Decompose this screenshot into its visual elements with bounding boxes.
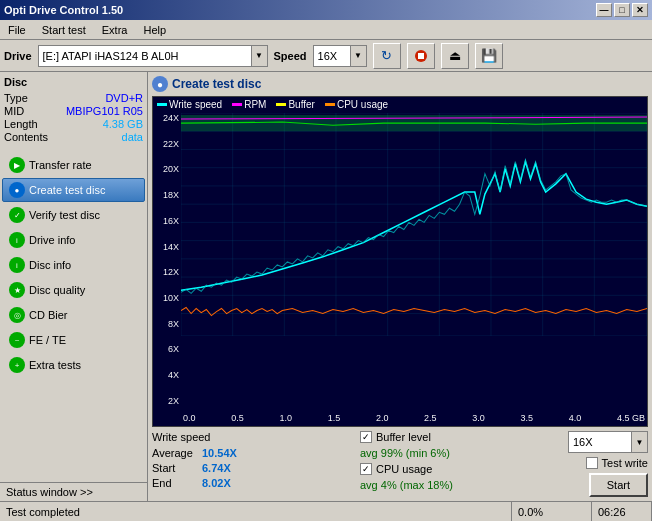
time-text: 06:26: [598, 506, 626, 518]
y-label-16: 16X: [163, 216, 179, 226]
menu-extra[interactable]: Extra: [98, 22, 132, 38]
status-progress: 0.0%: [512, 502, 592, 521]
buffer-level-label: Buffer level: [376, 431, 431, 443]
write-speed-row: Write speed: [152, 431, 352, 443]
y-label-24: 24X: [163, 113, 179, 123]
disc-section: Disc Type DVD+R MID MBIPG101 R05 Length …: [0, 72, 147, 151]
drive-value: [E:] ATAPI iHAS124 B AL0H: [39, 46, 251, 66]
legend-buffer: Buffer: [276, 99, 315, 110]
menu-help[interactable]: Help: [139, 22, 170, 38]
avg-note-text-1: avg 99% (min 6%): [360, 447, 450, 459]
x-label-15: 1.5: [328, 413, 341, 423]
speed-select-arrow[interactable]: ▼: [631, 432, 647, 452]
nav-icon-fe-te: ~: [9, 332, 25, 348]
x-label-45: 4.5 GB: [617, 413, 645, 423]
refresh-button[interactable]: ↻: [373, 43, 401, 69]
test-write-checkbox[interactable]: [586, 457, 598, 469]
content-header: ● Create test disc: [152, 76, 648, 92]
nav-create-test-disc[interactable]: ● Create test disc: [2, 178, 145, 202]
minimize-button[interactable]: —: [596, 3, 612, 17]
y-label-8: 8X: [168, 319, 179, 329]
menu-file[interactable]: File: [4, 22, 30, 38]
disc-contents-value: data: [52, 131, 143, 143]
nav-label-drive: Drive info: [29, 234, 75, 246]
content-area: ● Create test disc Write speed RPM Buffe…: [148, 72, 652, 501]
status-time: 06:26: [592, 502, 652, 521]
avg-note-text-2: avg 4% (max 18%): [360, 479, 453, 491]
bottom-controls: Write speed Average 10.54X Start 6.74X E…: [152, 431, 648, 497]
nav-label-extra: Extra tests: [29, 359, 81, 371]
average-value: 10.54X: [202, 447, 246, 459]
speed-select[interactable]: 16X ▼: [568, 431, 648, 453]
stats-area: Average 10.54X Start 6.74X End 8.02X: [152, 447, 352, 489]
eject-button[interactable]: ⏏: [441, 43, 469, 69]
test-write-label: Test write: [602, 457, 648, 469]
start-value: 6.74X: [202, 462, 246, 474]
avg-note-2: avg 4% (max 18%): [360, 479, 560, 491]
disc-section-title: Disc: [4, 76, 143, 88]
cpu-usage-checkbox[interactable]: ✓: [360, 463, 372, 475]
drive-dropdown-arrow[interactable]: ▼: [251, 46, 267, 66]
legend-buffer-label: Buffer: [288, 99, 315, 110]
y-label-6: 6X: [168, 344, 179, 354]
average-row: Average 10.54X: [152, 447, 352, 459]
menu-bar: File Start test Extra Help: [0, 20, 652, 40]
end-row: End 8.02X: [152, 477, 352, 489]
window-controls: — □ ✕: [596, 3, 648, 17]
speed-label: Speed: [274, 50, 307, 62]
svg-rect-1: [418, 53, 424, 59]
disc-type-value: DVD+R: [52, 92, 143, 104]
y-label-20: 20X: [163, 164, 179, 174]
nav-icon-cd-bier: ◎: [9, 307, 25, 323]
nav-disc-quality[interactable]: ★ Disc quality: [2, 278, 145, 302]
buffer-level-checkbox[interactable]: ✓: [360, 431, 372, 443]
speed-value: 16X: [314, 46, 350, 66]
nav-extra-tests[interactable]: + Extra tests: [2, 353, 145, 377]
content-title: Create test disc: [172, 77, 261, 91]
nav-icon-quality: ★: [9, 282, 25, 298]
y-label-2: 2X: [168, 396, 179, 406]
cpu-usage-label: CPU usage: [376, 463, 432, 475]
drive-selector[interactable]: [E:] ATAPI iHAS124 B AL0H ▼: [38, 45, 268, 67]
app-title: Opti Drive Control 1.50: [4, 4, 123, 16]
status-bar: Test completed 0.0% 06:26: [0, 501, 652, 521]
nav-icon-verify: ✓: [9, 207, 25, 223]
speed-select-value: 16X: [569, 432, 631, 452]
save-button[interactable]: 💾: [475, 43, 503, 69]
nav-transfer-rate[interactable]: ▶ Transfer rate: [2, 153, 145, 177]
menu-start-test[interactable]: Start test: [38, 22, 90, 38]
y-label-10: 10X: [163, 293, 179, 303]
legend-dot-write: [157, 103, 167, 106]
nav-icon-transfer: ▶: [9, 157, 25, 173]
close-button[interactable]: ✕: [632, 3, 648, 17]
content-header-icon: ●: [152, 76, 168, 92]
cpu-usage-row: ✓ CPU usage: [360, 463, 560, 475]
disc-mid-value: MBIPG101 R05: [52, 105, 143, 117]
status-main: Test completed: [0, 502, 512, 521]
x-label-35: 3.5: [521, 413, 534, 423]
disc-length-label: Length: [4, 118, 48, 130]
disc-contents-label: Contents: [4, 131, 48, 143]
x-label-20: 2.0: [376, 413, 389, 423]
nav-drive-info[interactable]: i Drive info: [2, 228, 145, 252]
nav-disc-info[interactable]: i Disc info: [2, 253, 145, 277]
test-write-row: Test write: [586, 457, 648, 469]
main-layout: Disc Type DVD+R MID MBIPG101 R05 Length …: [0, 72, 652, 501]
nav-cd-bier[interactable]: ◎ CD Bier: [2, 303, 145, 327]
start-button[interactable]: Start: [589, 473, 648, 497]
legend-write-label: Write speed: [169, 99, 222, 110]
status-text: Test completed: [6, 506, 80, 518]
stop-button[interactable]: [407, 43, 435, 69]
status-window-button[interactable]: Status window >>: [0, 482, 147, 501]
maximize-button[interactable]: □: [614, 3, 630, 17]
legend-rpm-label: RPM: [244, 99, 266, 110]
nav-fe-te[interactable]: ~ FE / TE: [2, 328, 145, 352]
nav-verify-test-disc[interactable]: ✓ Verify test disc: [2, 203, 145, 227]
start-row: Start 6.74X: [152, 462, 352, 474]
speed-dropdown-arrow[interactable]: ▼: [350, 46, 366, 66]
speed-selector[interactable]: 16X ▼: [313, 45, 367, 67]
progress-text: 0.0%: [518, 506, 543, 518]
x-label-10: 1.0: [279, 413, 292, 423]
x-label-25: 2.5: [424, 413, 437, 423]
y-label-14: 14X: [163, 242, 179, 252]
